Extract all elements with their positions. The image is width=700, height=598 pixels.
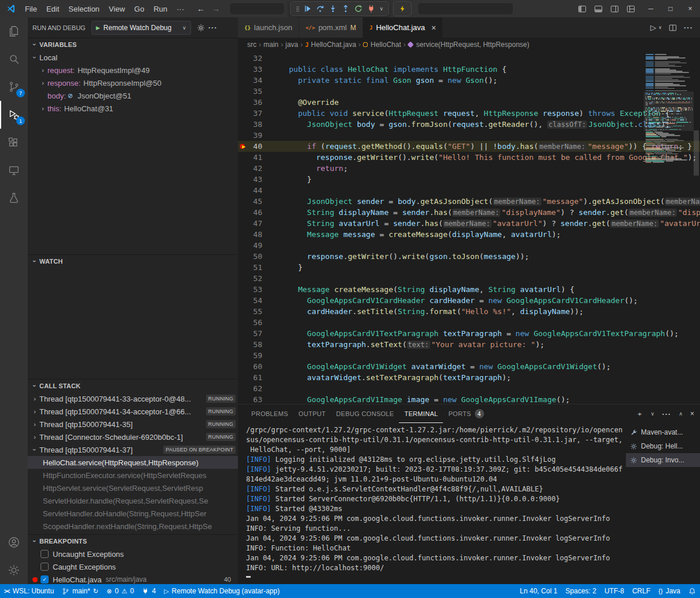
callstack-thread[interactable]: ›Thread [qtp1500079441-37]PAUSED ON BREA… xyxy=(28,443,238,456)
minimap[interactable] xyxy=(646,54,692,404)
step-out-button[interactable] xyxy=(342,5,350,13)
code-line[interactable] xyxy=(289,317,700,328)
stack-frame[interactable]: HttpFunctionExecutor.service(HttpServlet… xyxy=(28,469,238,482)
breakpoint-checkbox[interactable] xyxy=(41,550,49,558)
menu-item-edit[interactable]: Edit xyxy=(42,3,64,15)
toggle-secondary-sidebar-icon[interactable] xyxy=(610,5,619,13)
menu-item-file[interactable]: File xyxy=(20,3,42,15)
code-line[interactable]: public void service(HttpRequest request,… xyxy=(289,108,700,119)
panel-tab-ports[interactable]: PORTS4 xyxy=(443,404,489,423)
maximize-button[interactable]: □ xyxy=(661,0,680,17)
terminal-dropdown-chevron-icon[interactable]: ∨ xyxy=(651,411,655,417)
code-line[interactable]: GoogleAppsCardV1TextParagraph textParagr… xyxy=(289,328,700,339)
cursor-position-item[interactable]: Ln 40, Col 1 xyxy=(516,584,562,598)
code-line[interactable]: if (request.getMethod().equals("GET") ||… xyxy=(276,141,700,152)
twistie-icon[interactable]: › xyxy=(30,421,39,428)
panel-tab-terminal[interactable]: TERMINAL xyxy=(399,404,443,423)
breakpoint-item[interactable]: Caught Exceptions xyxy=(28,560,238,573)
panel-tab-problems[interactable]: PROBLEMS xyxy=(246,404,294,423)
stack-frame[interactable]: HttpServlet.service(ServletRequest,Servl… xyxy=(28,482,238,494)
stack-frame[interactable]: HelloChat.service(HttpRequest,HttpRespon… xyxy=(28,456,238,469)
hot-code-replace-button[interactable] xyxy=(393,1,412,16)
code-line[interactable] xyxy=(289,240,700,251)
drag-grip-icon[interactable]: ⣿ xyxy=(296,6,299,12)
stack-frame[interactable]: ServletHolder.handle(Request,ServletRequ… xyxy=(28,494,238,507)
activitybar-testing[interactable] xyxy=(0,184,28,212)
code-line[interactable] xyxy=(289,130,700,141)
step-over-button[interactable] xyxy=(316,5,324,13)
code-line[interactable]: textParagraph.setText(text:"Your avatar … xyxy=(289,339,700,350)
code-line[interactable]: private static final Gson gson = new Gso… xyxy=(289,75,700,86)
code-line[interactable] xyxy=(289,185,700,196)
code-line[interactable]: GoogleAppsCardV1CardHeader cardHeader = … xyxy=(289,295,700,306)
activitybar-accounts[interactable] xyxy=(0,528,28,556)
menu-item-more[interactable]: ··· xyxy=(172,3,189,15)
terminal-list-item[interactable]: Debug: Invo... xyxy=(626,453,700,467)
tab-launch-json[interactable]: {}launch.json xyxy=(238,17,299,38)
breakpoint-item[interactable]: Uncaught Exceptions xyxy=(28,548,238,560)
git-branch-item[interactable]: main* ↻ xyxy=(58,584,102,598)
breadcrumb-item[interactable]: main xyxy=(263,41,278,49)
close-panel-icon[interactable]: × xyxy=(690,410,694,418)
debug-settings-gear-icon[interactable] xyxy=(197,24,205,32)
code-line[interactable]: return; xyxy=(289,163,700,174)
breakpoint-checkbox[interactable]: ✓ xyxy=(41,575,49,584)
disconnect-button[interactable] xyxy=(367,5,375,13)
toggle-panel-icon[interactable] xyxy=(594,5,603,13)
twistie-icon[interactable]: › xyxy=(38,79,47,86)
code-line[interactable]: } xyxy=(289,262,700,273)
twistie-icon[interactable]: › xyxy=(30,395,39,402)
start-debug-icon[interactable]: ▶ xyxy=(96,25,100,31)
twistie-icon[interactable]: › xyxy=(31,445,38,454)
command-center-left[interactable] xyxy=(229,2,285,15)
code-line[interactable] xyxy=(289,53,700,64)
breadcrumb-item[interactable]: HelloChat xyxy=(363,41,401,49)
code-line[interactable] xyxy=(289,383,700,394)
split-editor-icon[interactable] xyxy=(669,24,677,32)
activitybar-search[interactable] xyxy=(0,45,28,73)
code-line[interactable]: Message createMessage(String displayName… xyxy=(289,284,700,295)
editor-scrollbar[interactable] xyxy=(692,52,700,404)
panel-more-actions-icon[interactable]: ··· xyxy=(662,410,671,418)
callstack-thread[interactable]: ›Thread [qtp1500079441-34-acceptor-1@66.… xyxy=(28,405,238,418)
debug-session-chevron-icon[interactable]: ∨ xyxy=(380,6,384,12)
terminal-output[interactable]: /grpc/grpc-context/1.27.2/grpc-context-1… xyxy=(238,423,626,584)
step-into-button[interactable] xyxy=(329,5,337,13)
code-line[interactable] xyxy=(289,273,700,284)
go-forward-button[interactable]: → xyxy=(212,4,220,13)
code-line[interactable]: JsonObject sender = body.getAsJsonObject… xyxy=(289,196,700,207)
stack-frame[interactable]: ScopedHandler.nextHandle(String,Request,… xyxy=(28,520,238,533)
callstack-thread[interactable]: ›Thread [Connector-Scheduler-6920b0bc-1]… xyxy=(28,431,238,443)
variables-scope-local[interactable]: › Local xyxy=(28,51,238,64)
run-java-button[interactable]: ▷ xyxy=(650,23,656,32)
code-line[interactable] xyxy=(289,350,700,361)
toggle-sidebar-icon[interactable] xyxy=(578,5,587,13)
eol-item[interactable]: CRLF xyxy=(628,584,654,598)
breakpoints-section-header[interactable]: › BREAKPOINTS xyxy=(28,535,238,548)
go-back-button[interactable]: ← xyxy=(197,4,205,13)
call-stack-section-header[interactable]: › CALL STACK xyxy=(28,380,238,392)
menu-item-run[interactable]: Run xyxy=(149,3,172,15)
menu-item-view[interactable]: View xyxy=(104,3,130,15)
activitybar-remote-explorer[interactable] xyxy=(0,156,28,184)
panel-tab-output[interactable]: OUTPUT xyxy=(294,404,331,423)
code-line[interactable]: JsonObject body = gson.fromJson(request.… xyxy=(289,119,700,130)
close-icon[interactable]: × xyxy=(431,23,436,32)
code-line[interactable]: public class HelloChat implements HttpFu… xyxy=(289,64,700,75)
forwarded-ports-item[interactable]: 4 xyxy=(138,584,160,598)
variable-item[interactable]: ›this:HelloChat@31 xyxy=(28,102,238,115)
activitybar-source-control[interactable]: 7 xyxy=(0,73,28,101)
debug-session-item[interactable]: ▷ Remote Watch Debug (avatar-app) xyxy=(160,584,284,598)
terminal-list-item[interactable]: Debug: Hell... xyxy=(626,439,700,453)
code-line[interactable]: cardHeader.setTitle(String.format("Hello… xyxy=(289,306,700,317)
activitybar-extensions[interactable] xyxy=(0,129,28,156)
panel-tab-debug-console[interactable]: DEBUG CONSOLE xyxy=(331,404,400,423)
notifications-item[interactable] xyxy=(684,584,700,598)
terminal-list-item[interactable]: Maven-avat... xyxy=(626,425,700,439)
command-center-search[interactable] xyxy=(417,2,514,15)
debug-configuration-dropdown[interactable]: ▶ Remote Watch Debug ∨ xyxy=(91,21,191,35)
language-mode-item[interactable]: {} Java xyxy=(654,584,684,598)
views-more-actions-icon[interactable]: ··· xyxy=(208,23,218,32)
menu-item-go[interactable]: Go xyxy=(130,3,149,15)
debug-continue-button[interactable] xyxy=(303,5,311,13)
